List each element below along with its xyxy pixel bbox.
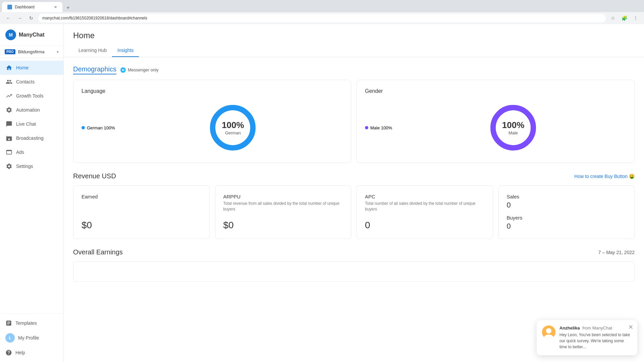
sidebar-item-my-profile[interactable]: L My Profile [0,330,63,346]
language-donut-chart: 100% German [206,101,260,155]
sidebar-item-templates-label: Templates [15,320,37,326]
svg-text:M: M [9,32,13,38]
revenue-cards: Earned $0 ARPPU Total revenue from all s… [73,185,635,239]
demographics-title: Demographics [73,65,116,74]
demographics-header: Demographics Messenger only [73,65,635,74]
user-avatar: L [5,333,15,343]
gender-donut-percent: 100% [502,120,525,130]
buyers-title: Buyers [507,215,627,221]
sidebar-item-ads-label: Ads [16,149,24,155]
sidebar-item-broadcasting[interactable]: Broadcasting [0,131,63,145]
tab-close-button[interactable]: ✕ [54,5,57,9]
gender-donut-label: Male [502,130,525,135]
buyers-value: 0 [507,222,627,231]
language-chart-title: Language [82,88,343,94]
earnings-chart-placeholder [73,261,635,282]
sidebar-item-contacts-label: Contacts [16,79,35,84]
gender-donut-chart: 100% Male [486,101,540,155]
workspace-badge: PRO [5,49,15,54]
sidebar-item-home-label: Home [16,65,29,70]
forward-button[interactable]: → [15,14,24,22]
sidebar-item-live-chat-label: Live Chat [16,121,36,127]
tab-insights[interactable]: Insights [112,44,139,57]
home-icon [5,64,13,71]
logo-text: ManyChat [19,32,44,38]
sales-title: Sales [507,194,627,199]
earnings-date-range: 7 – May 21, 2022 [598,250,635,255]
apc-title: APC [365,194,485,199]
address-bar[interactable] [38,14,606,22]
chat-widget[interactable]: Anzhelika from ManyChat Hey Leon, You've… [537,320,637,355]
buy-button-link[interactable]: How to create Buy Button 🤑 [574,174,635,179]
sidebar-item-growth-tools-label: Growth Tools [16,93,43,99]
demographics-charts-row: Language German 100% [73,80,635,163]
revenue-title: Revenue USD [73,172,116,180]
revenue-card-sales-buyers: Sales 0 Buyers 0 [498,185,635,239]
tab-learning-hub[interactable]: Learning Hub [73,44,112,57]
sidebar-item-ads[interactable]: Ads [0,145,63,159]
app-container: M ManyChat PRO Bildungsfirma ▾ Home Con [0,24,644,362]
menu-button[interactable]: ⋮ [631,14,640,22]
earned-title: Earned [82,194,201,199]
page-title: Home [73,31,635,40]
sales-value: 0 [507,201,627,209]
new-tab-button[interactable]: + [64,3,72,12]
messenger-filter-label: Messenger only [128,67,159,72]
language-legend-item: German 100% [82,125,115,130]
sidebar-item-settings[interactable]: Settings [0,159,63,173]
arppu-title: ARPPU [223,194,343,199]
back-button[interactable]: ← [4,14,13,22]
help-icon [5,349,12,356]
workspace-selector[interactable]: PRO Bildungsfirma ▾ [0,46,63,58]
sidebar-item-help-label: Help [15,350,25,355]
language-donut-center: 100% German [222,120,244,135]
chat-widget-sender: Anzhelika from ManyChat [559,325,632,330]
automation-icon [5,106,13,114]
manychat-logo-icon: M [5,29,16,40]
chat-widget-close-button[interactable]: ✕ [628,323,633,331]
apc-value: 0 [365,220,485,231]
gender-chart-card: Gender Male 100% [357,80,635,163]
extensions-button[interactable]: 🧩 [620,14,629,22]
chat-widget-sender-sub: from ManyChat [582,325,612,330]
gender-chart-title: Gender [365,88,626,94]
sidebar-item-help[interactable]: Help [0,346,63,359]
bookmark-star[interactable]: ☆ [608,14,617,22]
live-chat-icon [5,120,13,128]
sidebar-item-contacts[interactable]: Contacts [0,75,63,89]
sidebar-item-automation[interactable]: Automation [0,103,63,117]
broadcasting-icon [5,134,13,142]
revenue-header: Revenue USD How to create Buy Button 🤑 [73,172,635,180]
contacts-icon [5,78,13,85]
ads-icon [5,148,13,156]
gender-legend: Male 100% [365,125,392,130]
main-header: Home Learning Hub Insights [64,24,644,57]
svg-point-7 [546,328,551,334]
revenue-card-apc: APC Total number of all sales divided by… [357,185,493,239]
sidebar-item-growth-tools[interactable]: Growth Tools [0,89,63,103]
language-chart-card: Language German 100% [73,80,351,163]
sidebar-item-templates[interactable]: Templates [0,316,63,330]
reload-button[interactable]: ↻ [27,14,36,22]
language-chart-content: German 100% 100% German [82,101,343,155]
gender-legend-item: Male 100% [365,125,392,130]
sidebar-item-settings-label: Settings [16,164,33,169]
browser-tab[interactable]: Dashboard ✕ [2,2,62,12]
templates-icon [5,320,12,326]
earnings-title: Overall Earnings [73,248,123,256]
language-donut-percent: 100% [222,120,244,130]
gender-legend-dot [365,126,368,129]
growth-tools-icon [5,92,13,100]
arppu-desc: Total revenue from all sales divided by … [223,201,343,212]
apc-desc: Total number of all sales divided by the… [365,201,485,212]
settings-icon [5,163,13,170]
gender-chart-content: Male 100% 100% Male [365,101,626,155]
browser-chrome: Dashboard ✕ + ← → ↻ ☆ 🧩 ⋮ [0,0,644,24]
sidebar-item-broadcasting-label: Broadcasting [16,135,44,141]
language-legend-dot [82,126,85,129]
sidebar-item-live-chat[interactable]: Live Chat [0,117,63,131]
sidebar-bottom: Templates L My Profile Help [0,313,63,362]
revenue-card-arppu: ARPPU Total revenue from all sales divid… [215,185,352,239]
sidebar-item-my-profile-label: My Profile [18,335,39,341]
sidebar-item-home[interactable]: Home [0,61,63,75]
